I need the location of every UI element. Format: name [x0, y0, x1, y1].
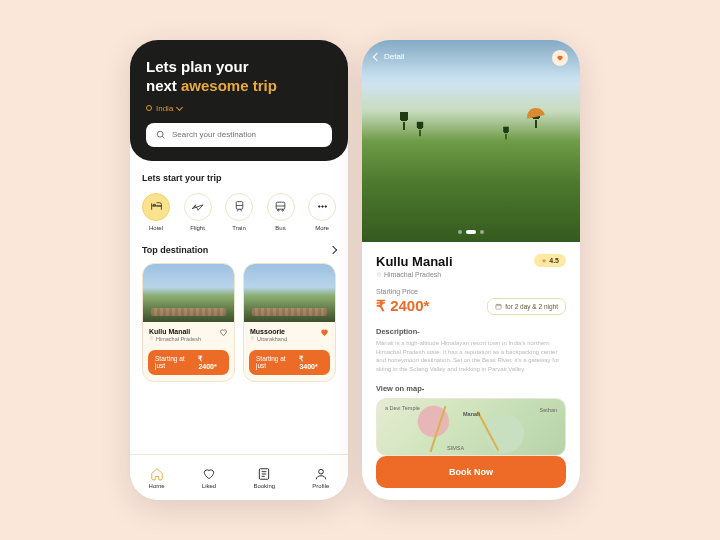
- svg-point-6: [278, 209, 280, 211]
- search-icon: [156, 130, 166, 140]
- category-train[interactable]: Train: [225, 193, 253, 231]
- detail-hero-image: Detail: [362, 40, 580, 242]
- category-label: Hotel: [149, 225, 163, 231]
- map-label: Manali: [463, 411, 480, 417]
- home-title: Lets plan your next awesome trip: [146, 58, 332, 96]
- location-pin-icon: [376, 272, 382, 278]
- search-input[interactable]: [172, 130, 322, 139]
- category-label: Bus: [275, 225, 285, 231]
- start-trip-label: Lets start your trip: [142, 173, 336, 183]
- heart-icon[interactable]: [219, 328, 228, 337]
- nav-home[interactable]: Home: [149, 467, 165, 489]
- map-label: Sethan: [540, 407, 557, 413]
- home-title-line2-pre: next: [146, 77, 181, 94]
- heart-icon: [556, 54, 564, 62]
- map-label: a Devi Temple: [385, 405, 420, 411]
- detail-screen: Detail Kullu Manali Himachal Pradesh 4.5: [362, 40, 580, 500]
- svg-point-7: [282, 209, 284, 211]
- search-bar[interactable]: [146, 123, 332, 147]
- heart-icon: [202, 467, 216, 481]
- nav-label: Liked: [202, 483, 216, 489]
- chevron-right-icon: [329, 245, 337, 253]
- book-now-button[interactable]: Book Now: [376, 456, 566, 488]
- category-bus[interactable]: Bus: [267, 193, 295, 231]
- star-icon: [541, 258, 547, 264]
- duration-pill[interactable]: for 2 day & 2 night: [487, 298, 566, 315]
- starting-price-label: Starting Price: [376, 288, 566, 295]
- description-text: Manali is a high-altitude Himalayan reso…: [376, 339, 566, 374]
- duration-text: for 2 day & 2 night: [505, 303, 558, 310]
- home-title-line1: Lets plan your: [146, 58, 249, 75]
- price-pill: Starting at just ₹ 2400*: [148, 350, 229, 375]
- price-pill: Starting at just ₹ 3400*: [249, 350, 330, 375]
- train-icon: [225, 193, 253, 221]
- paraglider-graphic: [525, 106, 544, 119]
- bed-icon: [142, 193, 170, 221]
- category-row: Hotel Flight Train Bus More: [142, 193, 336, 231]
- svg-point-11: [151, 337, 152, 338]
- svg-point-12: [252, 337, 253, 338]
- more-icon: [308, 193, 336, 221]
- chevron-down-icon: [176, 103, 183, 110]
- destination-cards: Kullu Manali Himachal Pradesh Starting a…: [142, 263, 336, 382]
- nav-label: Home: [149, 483, 165, 489]
- favourite-button[interactable]: [552, 50, 568, 66]
- category-flight[interactable]: Flight: [184, 193, 212, 231]
- bus-icon: [267, 193, 295, 221]
- nav-booking[interactable]: Booking: [253, 467, 275, 489]
- location-pin-icon: [250, 336, 255, 341]
- category-more[interactable]: More: [308, 193, 336, 231]
- description-heading: Description-: [376, 327, 566, 336]
- svg-rect-19: [496, 304, 501, 309]
- category-hotel[interactable]: Hotel: [142, 193, 170, 231]
- profile-icon: [314, 467, 328, 481]
- calendar-icon: [495, 303, 502, 310]
- destination-region: Uttarakhand: [250, 336, 329, 342]
- svg-point-8: [318, 206, 320, 208]
- svg-point-0: [157, 131, 163, 137]
- category-label: More: [315, 225, 329, 231]
- svg-point-9: [321, 206, 323, 208]
- svg-point-18: [379, 273, 380, 274]
- booking-icon: [257, 467, 271, 481]
- map-heading: View on map-: [376, 384, 566, 393]
- nav-label: Profile: [312, 483, 329, 489]
- rating-pill: 4.5: [534, 254, 566, 267]
- plane-icon: [184, 193, 212, 221]
- destination-region: Himachal Pradesh: [149, 336, 228, 342]
- svg-point-10: [324, 206, 326, 208]
- top-destination-header[interactable]: Top destination: [142, 245, 336, 255]
- heart-icon[interactable]: [320, 328, 329, 337]
- detail-title: Kullu Manali: [376, 254, 453, 269]
- destination-image: [244, 264, 335, 322]
- destination-card[interactable]: Kullu Manali Himachal Pradesh Starting a…: [142, 263, 235, 382]
- back-button[interactable]: Detail: [374, 52, 404, 61]
- location-selector[interactable]: India: [146, 104, 332, 113]
- home-screen: Lets plan your next awesome trip India L…: [130, 40, 348, 500]
- detail-region: Himachal Pradesh: [376, 271, 453, 278]
- home-title-accent: awesome trip: [181, 77, 277, 94]
- nav-profile[interactable]: Profile: [312, 467, 329, 489]
- chevron-left-icon: [373, 52, 381, 60]
- category-label: Flight: [190, 225, 205, 231]
- back-label: Detail: [384, 52, 404, 61]
- bottom-nav: Home Liked Booking Profile: [130, 454, 348, 500]
- svg-point-17: [319, 469, 324, 474]
- map-label: SIMSA: [447, 445, 464, 451]
- location-pin-icon: [146, 105, 152, 111]
- map-preview[interactable]: a Devi Temple Manali Sethan SIMSA: [376, 398, 566, 456]
- destination-image: [143, 264, 234, 322]
- nav-liked[interactable]: Liked: [202, 467, 216, 489]
- svg-line-1: [162, 136, 164, 138]
- carousel-dots[interactable]: [458, 230, 484, 234]
- destination-card[interactable]: Mussoorie Uttarakhand Starting at just ₹…: [243, 263, 336, 382]
- destination-name: Mussoorie: [250, 328, 329, 335]
- home-header: Lets plan your next awesome trip India: [130, 40, 348, 161]
- location-label: India: [156, 104, 173, 113]
- home-icon: [150, 467, 164, 481]
- detail-price: ₹ 2400*: [376, 297, 429, 315]
- rating-value: 4.5: [549, 257, 559, 264]
- location-pin-icon: [149, 336, 154, 341]
- nav-label: Booking: [253, 483, 275, 489]
- category-label: Train: [232, 225, 245, 231]
